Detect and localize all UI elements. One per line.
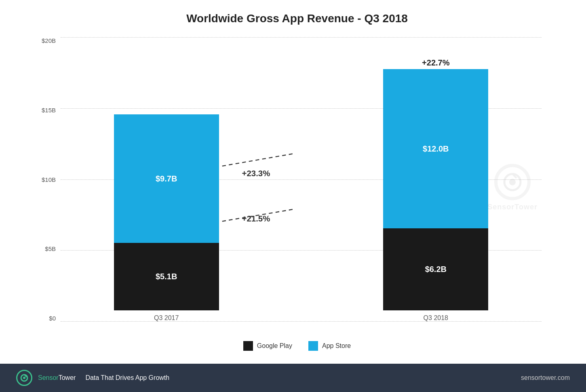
google-play-swatch bbox=[243, 341, 253, 351]
svg-point-5 bbox=[509, 179, 516, 185]
sensortower-logo bbox=[16, 370, 32, 386]
legend: Google Play App Store bbox=[32, 338, 562, 356]
bar-wrapper-q3-2018: +22.7% $12.0B $6.2B bbox=[383, 58, 488, 310]
app-store-value-q3-2018: $12.0B bbox=[423, 144, 449, 154]
svg-point-8 bbox=[23, 377, 25, 379]
legend-item-google-play: Google Play bbox=[243, 341, 292, 351]
footer-brand: SensorTower bbox=[38, 374, 76, 381]
legend-label-google-play: Google Play bbox=[257, 342, 292, 350]
y-label-20b: $20B bbox=[42, 37, 56, 44]
watermark-circle bbox=[494, 164, 531, 200]
bar-stack-q3-2018: $12.0B $6.2B bbox=[383, 69, 488, 310]
y-label-5b: $5B bbox=[45, 245, 56, 252]
y-label-15b: $15B bbox=[42, 107, 56, 114]
app-store-swatch bbox=[308, 341, 318, 351]
legend-item-app-store: App Store bbox=[308, 341, 351, 351]
google-play-value-q3-2018: $6.2B bbox=[425, 265, 447, 274]
footer-tagline: Data That Drives App Growth bbox=[85, 374, 169, 381]
bar-stack-q3-2017: $9.7B $5.1B bbox=[114, 114, 219, 310]
app-store-value-q3-2017: $9.7B bbox=[156, 174, 177, 183]
y-label-0: $0 bbox=[49, 315, 56, 322]
y-label-10b: $10B bbox=[42, 176, 56, 183]
grid-and-bars: +23.3% +21.5% $9.7B bbox=[61, 37, 542, 338]
chart-container: Worldwide Gross App Revenue - Q3 2018 $2… bbox=[0, 0, 586, 364]
watermark: SensorTower bbox=[487, 164, 538, 211]
chart-title: Worldwide Gross App Revenue - Q3 2018 bbox=[32, 12, 562, 25]
x-label-q3-2018: Q3 2018 bbox=[424, 314, 448, 322]
chart-inner: +23.3% +21.5% $9.7B bbox=[61, 37, 542, 338]
right-y-axis bbox=[542, 37, 562, 338]
legend-label-app-store: App Store bbox=[322, 342, 351, 350]
x-label-q3-2017: Q3 2017 bbox=[154, 314, 179, 322]
footer-left: SensorTower Data That Drives App Growth bbox=[16, 370, 169, 386]
watermark-text: SensorTower bbox=[487, 203, 538, 211]
bars-area: $9.7B $5.1B Q3 2017 bbox=[61, 37, 542, 322]
google-play-bar-q3-2017: $5.1B bbox=[114, 243, 219, 310]
bar-group-q3-2018: +22.7% $12.0B $6.2B bbox=[383, 58, 488, 322]
google-play-value-q3-2017: $5.1B bbox=[156, 272, 177, 281]
y-axis: $20B $15B $10B $5B $0 bbox=[32, 37, 61, 338]
google-play-bar-q3-2018: $6.2B bbox=[383, 228, 488, 310]
footer-brand-sensor: Sensor bbox=[38, 374, 59, 381]
bar-wrapper-q3-2017: $9.7B $5.1B bbox=[114, 106, 219, 310]
footer-url: sensortower.com bbox=[521, 374, 570, 381]
chart-area: $20B $15B $10B $5B $0 bbox=[32, 37, 562, 338]
total-growth-label: +22.7% bbox=[422, 58, 449, 67]
footer: SensorTower Data That Drives App Growth … bbox=[0, 364, 586, 392]
bar-group-q3-2017: $9.7B $5.1B Q3 2017 bbox=[114, 106, 219, 322]
footer-brand-tower: Tower bbox=[59, 374, 76, 381]
app-store-bar-q3-2017: $9.7B bbox=[114, 114, 219, 243]
app-store-bar-q3-2018: $12.0B bbox=[383, 69, 488, 228]
